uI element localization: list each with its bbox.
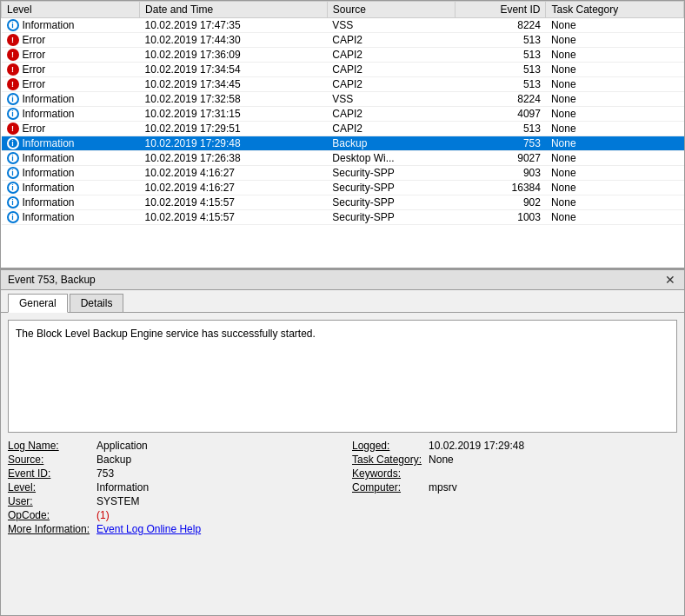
table-row[interactable]: iInformation10.02.2019 4:16:27Security-S… — [2, 166, 684, 181]
error-icon: ! — [7, 78, 19, 90]
event-detail-panel: Event 753, Backup ✕ General Details The … — [1, 268, 684, 615]
eventid-cell: 753 — [456, 136, 546, 151]
level-text: Information — [23, 211, 75, 223]
eventid-cell: 902 — [456, 195, 546, 210]
error-icon: ! — [7, 49, 19, 61]
level-value: Information — [96, 481, 345, 493]
info-icon: i — [7, 93, 19, 105]
info-icon: i — [7, 196, 19, 209]
level-text: Error — [23, 49, 46, 61]
main-container: Level Date and Time Source Event ID Task… — [0, 0, 685, 616]
taskcategory-cell: None — [546, 92, 684, 107]
source-cell: Security-SPP — [327, 166, 455, 181]
taskcategory-cell: None — [546, 107, 684, 122]
level-text: Information — [23, 93, 75, 105]
opcode-label: OpCode: — [8, 509, 90, 521]
logged-value: 10.02.2019 17:29:48 — [429, 440, 677, 452]
taskcategory-cell: None — [546, 33, 684, 48]
info-icon: i — [7, 152, 19, 164]
source-cell: Security-SPP — [327, 181, 455, 195]
col-datetime[interactable]: Date and Time — [140, 2, 328, 18]
taskcategory-cell: None — [546, 63, 684, 77]
eventid-cell: 8224 — [456, 18, 546, 33]
info-icon: i — [7, 137, 19, 149]
log-name-label: Log Name: — [8, 440, 90, 452]
close-button[interactable]: ✕ — [663, 273, 677, 287]
task-category-label: Task Category: — [352, 454, 422, 466]
datetime-cell: 10.02.2019 17:36:09 — [140, 48, 328, 63]
col-source[interactable]: Source — [327, 2, 455, 18]
level-text: Error — [23, 123, 46, 135]
event-table-container[interactable]: Level Date and Time Source Event ID Task… — [1, 1, 684, 268]
table-row[interactable]: !Error10.02.2019 17:34:54CAPI2513None — [2, 63, 684, 77]
taskcategory-cell: None — [546, 181, 684, 195]
level-text: Information — [23, 108, 75, 120]
datetime-cell: 10.02.2019 17:31:15 — [140, 107, 328, 122]
task-category-value: None — [429, 454, 677, 466]
table-row[interactable]: iInformation10.02.2019 4:16:27Security-S… — [2, 181, 684, 195]
computer-value: mpsrv — [429, 481, 677, 493]
eventid-cell: 9027 — [456, 151, 546, 166]
table-row[interactable]: !Error10.02.2019 17:36:09CAPI2513None — [2, 48, 684, 63]
user-label: User: — [8, 495, 90, 507]
event-detail-header: Event 753, Backup ✕ — [1, 270, 684, 290]
datetime-cell: 10.02.2019 17:34:45 — [140, 77, 328, 92]
level-text: Error — [23, 34, 46, 46]
level-label: Level: — [8, 481, 90, 493]
level-text: Information — [23, 137, 75, 149]
source-label: Source: — [8, 454, 90, 466]
error-icon: ! — [7, 123, 19, 135]
table-row[interactable]: !Error10.02.2019 17:29:51CAPI2513None — [2, 122, 684, 136]
tabs-bar: General Details — [1, 290, 684, 313]
source-cell: CAPI2 — [327, 107, 455, 122]
source-cell: VSS — [327, 18, 455, 33]
eventid-cell: 1003 — [456, 210, 546, 225]
eventid-cell: 4097 — [456, 107, 546, 122]
col-eventid[interactable]: Event ID — [456, 2, 546, 18]
level-text: Error — [23, 78, 46, 90]
tab-details[interactable]: Details — [70, 294, 124, 312]
table-row[interactable]: iInformation10.02.2019 4:15:57Security-S… — [2, 210, 684, 225]
table-row[interactable]: iInformation10.02.2019 17:31:15CAPI24097… — [2, 107, 684, 122]
datetime-cell: 10.02.2019 17:47:35 — [140, 18, 328, 33]
level-text: Information — [23, 19, 75, 31]
info-icon: i — [7, 211, 19, 223]
datetime-cell: 10.02.2019 4:15:57 — [140, 195, 328, 210]
tab-general[interactable]: General — [8, 294, 68, 313]
taskcategory-cell: None — [546, 151, 684, 166]
level-text: Information — [23, 152, 75, 164]
table-row[interactable]: !Error10.02.2019 17:34:45CAPI2513None — [2, 77, 684, 92]
datetime-cell: 10.02.2019 17:44:30 — [140, 33, 328, 48]
eventid-cell: 513 — [456, 122, 546, 136]
more-info-link[interactable]: Event Log Online Help — [96, 523, 345, 535]
col-level[interactable]: Level — [2, 2, 140, 18]
info-icon: i — [7, 19, 19, 31]
table-row[interactable]: iInformation10.02.2019 17:47:35VSS8224No… — [2, 18, 684, 33]
source-cell: CAPI2 — [327, 122, 455, 136]
datetime-cell: 10.02.2019 4:16:27 — [140, 181, 328, 195]
event-table: Level Date and Time Source Event ID Task… — [1, 1, 684, 225]
table-row[interactable]: iInformation10.02.2019 17:32:58VSS8224No… — [2, 92, 684, 107]
table-row[interactable]: iInformation10.02.2019 4:15:57Security-S… — [2, 195, 684, 210]
level-text: Information — [23, 182, 75, 194]
source-cell: CAPI2 — [327, 63, 455, 77]
eventid-cell: 513 — [456, 77, 546, 92]
opcode-value: (1) — [96, 509, 345, 521]
more-info-label: More Information: — [8, 523, 90, 535]
user-value: SYSTEM — [96, 495, 345, 507]
table-row[interactable]: iInformation10.02.2019 17:29:48Backup753… — [2, 136, 684, 151]
eventid-cell: 513 — [456, 63, 546, 77]
table-row[interactable]: !Error10.02.2019 17:44:30CAPI2513None — [2, 33, 684, 48]
col-taskcategory[interactable]: Task Category — [546, 2, 684, 18]
table-row[interactable]: iInformation10.02.2019 17:26:38Desktop W… — [2, 151, 684, 166]
datetime-cell: 10.02.2019 17:29:48 — [140, 136, 328, 151]
keywords-value — [429, 467, 677, 480]
datetime-cell: 10.02.2019 17:26:38 — [140, 151, 328, 166]
eventid-cell: 513 — [456, 48, 546, 63]
keywords-label: Keywords: — [352, 467, 422, 480]
taskcategory-cell: None — [546, 18, 684, 33]
taskcategory-cell: None — [546, 136, 684, 151]
computer-label: Computer: — [352, 481, 422, 493]
source-cell: VSS — [327, 92, 455, 107]
source-cell: Security-SPP — [327, 210, 455, 225]
